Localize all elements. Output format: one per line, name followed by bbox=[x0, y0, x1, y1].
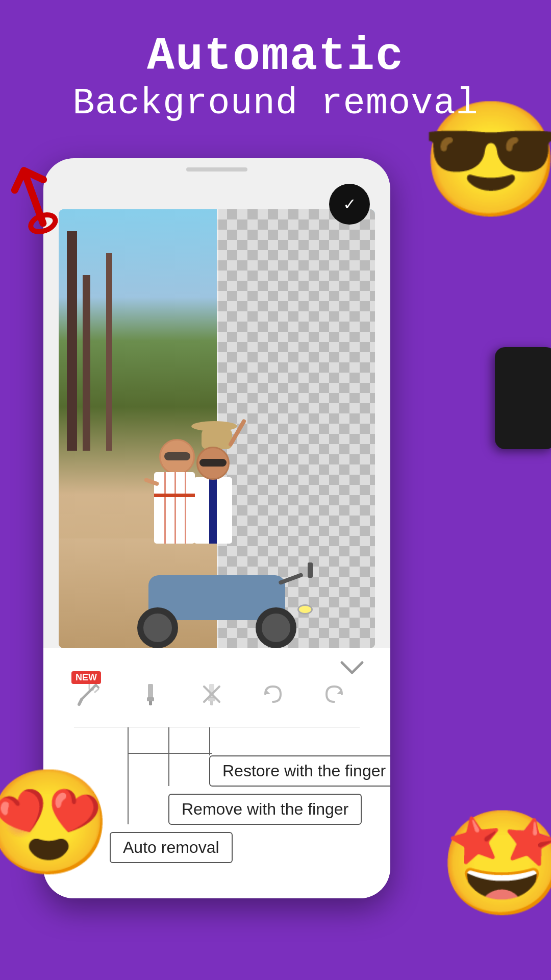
restore-label[interactable]: Restore with the finger bbox=[209, 755, 390, 787]
toolbar-icons-row: NEW bbox=[43, 679, 390, 709]
check-icon: ✓ bbox=[344, 193, 355, 215]
line-auto bbox=[128, 727, 129, 824]
title-line1: Automatic bbox=[0, 31, 551, 83]
svg-line-7 bbox=[96, 685, 98, 688]
photo-area bbox=[59, 209, 375, 648]
remove-label[interactable]: Remove with the finger bbox=[168, 794, 362, 825]
svg-line-6 bbox=[79, 699, 82, 704]
chevron-down-button[interactable] bbox=[339, 658, 365, 681]
undo-tool[interactable] bbox=[258, 679, 288, 709]
tooltip-remove: Remove with the finger bbox=[168, 794, 362, 825]
svg-rect-8 bbox=[148, 684, 153, 698]
line-remove bbox=[168, 727, 169, 786]
line-restore bbox=[209, 727, 210, 755]
check-button[interactable]: ✓ bbox=[329, 184, 370, 225]
toolbar-divider bbox=[74, 727, 360, 728]
title-section: Automatic Background removal bbox=[0, 31, 551, 125]
brush-restore-tool[interactable] bbox=[135, 679, 166, 709]
auto-label[interactable]: Auto removal bbox=[110, 832, 233, 863]
photo-scene bbox=[59, 209, 375, 648]
svg-rect-9 bbox=[147, 697, 154, 701]
svg-marker-15 bbox=[337, 689, 342, 694]
cool-emoji: 😎 bbox=[421, 112, 551, 225]
heart-emoji: 😍 bbox=[0, 763, 112, 888]
dizzy-emoji: 🤩 bbox=[439, 804, 551, 929]
h-connector bbox=[128, 753, 212, 754]
tooltip-auto: Auto removal bbox=[110, 832, 233, 863]
new-badge: NEW bbox=[71, 671, 101, 684]
svg-line-4 bbox=[95, 689, 98, 692]
auto-remove-tool[interactable]: NEW bbox=[74, 679, 105, 709]
title-line2: Background removal bbox=[0, 83, 551, 125]
phone-notch bbox=[186, 167, 247, 172]
brush-remove-tool[interactable] bbox=[196, 679, 227, 709]
dark-phone-decoration bbox=[495, 347, 551, 449]
people-on-scooter bbox=[74, 275, 359, 648]
redo-tool[interactable] bbox=[319, 679, 349, 709]
tooltip-restore: Restore with the finger bbox=[209, 755, 390, 787]
svg-marker-14 bbox=[265, 689, 270, 694]
